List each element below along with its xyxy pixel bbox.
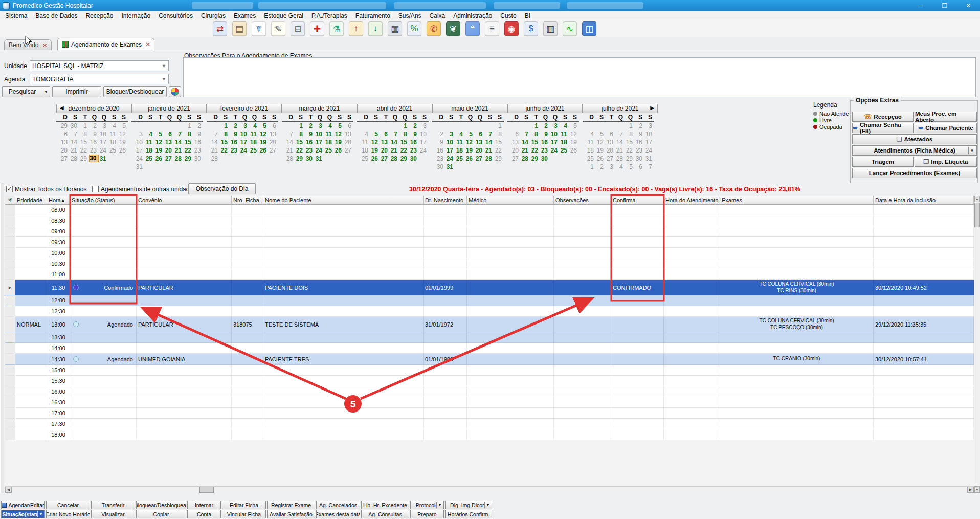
calendar-day[interactable]: 6 xyxy=(164,130,174,138)
calendar-day[interactable]: 24 xyxy=(239,146,249,155)
calendar-day[interactable]: 12 xyxy=(154,138,164,146)
calendar-day[interactable]: 25 xyxy=(324,146,334,155)
calendar-day[interactable]: 13 xyxy=(380,138,390,146)
invoice-icon[interactable]: $ xyxy=(524,21,538,36)
calendar-day[interactable]: 25 xyxy=(560,146,569,155)
calendar-day[interactable]: 16 xyxy=(436,146,446,155)
calendar-day[interactable]: 11 xyxy=(324,130,334,138)
calendar-day[interactable]: 13 xyxy=(269,130,278,138)
splitter-bar[interactable] xyxy=(0,183,4,493)
calendar-day[interactable]: 10 xyxy=(239,130,249,138)
calendar-day[interactable]: 5 xyxy=(465,130,475,138)
other-units-checkbox[interactable] xyxy=(92,186,99,192)
calendar-day[interactable]: 2 xyxy=(540,122,550,130)
column-header-conv-nio[interactable]: Convênio xyxy=(137,196,232,205)
printer-icon[interactable]: ▥ xyxy=(543,21,558,36)
calendar-day[interactable]: 22 xyxy=(625,146,635,155)
calendar-day[interactable]: 2 xyxy=(89,122,99,130)
calendar-day[interactable]: 10 xyxy=(99,130,108,138)
calendar-day[interactable]: 24 xyxy=(315,146,324,155)
menu-estoque-geral[interactable]: Estoque Geral xyxy=(260,11,307,20)
staff-folder-icon[interactable]: ▤ xyxy=(232,21,247,36)
scroll-up-icon[interactable]: ▲ xyxy=(974,196,980,202)
calendar-day[interactable]: 19 xyxy=(596,146,606,155)
editar-ficha-button[interactable]: Editar Ficha xyxy=(222,501,266,509)
calendar-day[interactable]: 27 xyxy=(475,155,484,163)
safe-icon[interactable]: ▦ xyxy=(388,21,402,36)
calendar-day[interactable]: 16 xyxy=(89,138,99,146)
lib-hr-excedente-button[interactable]: Lib. Hr. Excedente xyxy=(361,501,409,509)
table-row[interactable]: 16:00 xyxy=(5,386,974,397)
calendar-day[interactable]: 28 xyxy=(285,155,295,163)
calendar-day[interactable]: 29 xyxy=(625,155,635,163)
calendar-day[interactable]: 22 xyxy=(295,146,305,155)
calendar-day[interactable]: 1 xyxy=(220,122,230,130)
table-row[interactable]: 08:30 xyxy=(5,215,974,226)
revenue-icon[interactable]: ↑ xyxy=(349,21,363,36)
calendar-day[interactable]: 14 xyxy=(390,138,399,146)
agendar-editar-button[interactable]: Agendar/Editar xyxy=(1,501,45,509)
calendar-day[interactable]: 30 xyxy=(305,155,315,163)
calendar-day[interactable]: 20 xyxy=(164,146,174,155)
calendar-day[interactable]: 9 xyxy=(409,130,419,138)
calendar-day[interactable]: 14 xyxy=(70,138,79,146)
calendar-day[interactable]: 17 xyxy=(135,146,145,155)
imprimir-button[interactable]: Imprimir xyxy=(52,86,101,97)
calendar-day[interactable]: 3 xyxy=(550,122,560,130)
minimize-button[interactable]: – xyxy=(909,0,933,11)
calendar-day[interactable]: 5 xyxy=(370,130,380,138)
calendar-day[interactable]: 2 xyxy=(635,122,644,130)
ambulance-icon[interactable]: ✚ xyxy=(310,21,324,36)
calendar-day[interactable]: 6 xyxy=(511,130,521,138)
table-row[interactable]: 12:30 xyxy=(5,306,974,317)
calendar-day[interactable]: 4 xyxy=(361,130,370,138)
calendar-day[interactable]: 13 xyxy=(475,138,484,146)
preparo-button[interactable]: Preparo xyxy=(410,510,444,518)
calendar-day[interactable]: 10 xyxy=(315,130,324,138)
calendar-day[interactable]: 5 xyxy=(569,122,579,130)
option-lan-ar-procedimentos-exames--button[interactable]: Lançar Procedimentos (Exames) xyxy=(852,168,977,178)
tab-bem-vindo[interactable]: Bem Vindo ✕ xyxy=(4,39,52,50)
calendar-day[interactable]: 3 xyxy=(239,122,249,130)
observacoes-textarea[interactable] xyxy=(183,57,976,97)
calendar-day[interactable]: 20 xyxy=(380,146,390,155)
calendar-day[interactable]: 16 xyxy=(409,138,419,146)
menu-interna-o[interactable]: Internação xyxy=(117,11,154,20)
calendar-day[interactable]: 16 xyxy=(635,138,644,146)
calendar-day[interactable]: 15 xyxy=(530,138,540,146)
calendar-day[interactable]: 31 xyxy=(644,155,654,163)
calendar-day[interactable]: 8 xyxy=(530,130,540,138)
calendar-day[interactable]: 19 xyxy=(334,138,344,146)
calendar-day[interactable]: 6 xyxy=(60,130,70,138)
calendar-day[interactable]: 26 xyxy=(118,146,128,155)
calendar-day[interactable]: 19 xyxy=(569,138,579,146)
option-atendimentos-ficha-m-dica--button[interactable]: Atendimentos (Ficha Médica)▼ xyxy=(852,145,977,156)
horizontal-scrollbar[interactable]: ◀ ▶ xyxy=(5,486,974,493)
calendar-day[interactable]: 5 xyxy=(259,122,269,130)
horizontal-scroll-thumb[interactable] xyxy=(199,487,214,493)
calendar-day[interactable]: 20 xyxy=(606,146,615,155)
calendar-day[interactable]: 9 xyxy=(89,130,99,138)
calendar-day[interactable]: 10 xyxy=(644,130,654,138)
chevron-down-icon[interactable]: ▼ xyxy=(968,147,975,154)
calendar-day[interactable]: 4 xyxy=(455,130,465,138)
calendar-day[interactable]: 6 xyxy=(380,130,390,138)
calendar-day[interactable]: 12 xyxy=(259,130,269,138)
calendar-day[interactable]: 25 xyxy=(145,155,154,163)
calendar-day[interactable]: 8 xyxy=(494,130,504,138)
calendar-day[interactable]: 15 xyxy=(295,138,305,146)
ag-cancelados-button[interactable]: Ag. Cancelados xyxy=(316,501,360,509)
close-tab-icon[interactable]: ✕ xyxy=(146,41,150,47)
calendar-day[interactable]: 16 xyxy=(540,138,550,146)
menu-administra-o[interactable]: Administração xyxy=(449,11,496,20)
calendar-day[interactable]: 24 xyxy=(135,155,145,163)
calendar-day[interactable]: 13 xyxy=(164,138,174,146)
calendar-day[interactable]: 11 xyxy=(560,130,569,138)
calendar-day[interactable]: 6 xyxy=(635,163,644,171)
calendar-day[interactable]: 8 xyxy=(184,130,193,138)
option-atestados-button[interactable]: ❏Atestados xyxy=(852,134,977,144)
calendar-day[interactable]: 15 xyxy=(494,138,504,146)
chevron-down-icon[interactable]: ▼ xyxy=(484,502,491,508)
show-all-times-checkbox[interactable]: ✓ xyxy=(6,186,13,192)
calendar-day[interactable]: 25 xyxy=(455,155,465,163)
